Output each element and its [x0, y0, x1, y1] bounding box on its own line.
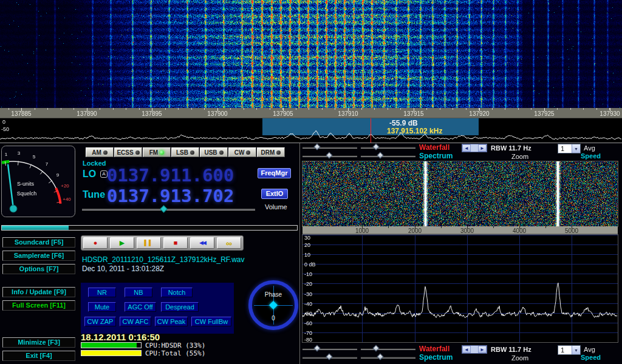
display-adjust-slider[interactable]	[302, 345, 357, 352]
zoom-scrollbar[interactable]: ◄►	[462, 345, 487, 354]
chevron-down-icon[interactable]: ▼	[572, 144, 580, 153]
side-button-minimize[interactable]: Minimize [F3]	[2, 337, 75, 348]
spectrum-label[interactable]: Spectrum	[419, 353, 453, 362]
slider-thumb[interactable]	[377, 152, 383, 158]
slider-thumb[interactable]	[326, 152, 332, 158]
dsp-button-agc-off[interactable]: AGC Off	[125, 302, 156, 312]
record-button[interactable]: ●	[83, 237, 108, 249]
play-icon: ▶	[120, 240, 125, 246]
play-button[interactable]: ▶	[110, 237, 134, 249]
scroll-left-icon[interactable]: ◄	[462, 144, 471, 152]
scroll-track[interactable]	[471, 346, 478, 353]
dsp-button-despread[interactable]: Despread	[161, 302, 199, 312]
main-spectrum-display[interactable]: 0 -50 -55.9 dB 137.915.102 kHz	[0, 118, 622, 143]
dsp-button-nb[interactable]: NB	[125, 288, 152, 297]
side-button-options[interactable]: Options [F7]	[2, 264, 75, 274]
volume-slider[interactable]	[82, 206, 255, 213]
transport-bar: ●▶▌▌■◀◀∞	[81, 235, 244, 251]
cursor-db-readout: -55.9 dB	[389, 119, 418, 127]
slider-thumb[interactable]	[313, 345, 320, 351]
cursor-frequency-readout: 137.915.102 kHz	[387, 127, 442, 135]
slider-track[interactable]	[361, 348, 415, 350]
slider-thumb[interactable]	[326, 353, 332, 360]
right-display-column: WaterfallSpectrum◄►RBW 11.7 HzZoom1▼AvgS…	[299, 143, 622, 364]
display-adjust-slider[interactable]	[361, 345, 415, 352]
mode-button-cw[interactable]: CW	[228, 147, 256, 157]
avg-select[interactable]: 1▼	[558, 345, 581, 355]
display-adjust-slider[interactable]	[361, 152, 415, 160]
clock-display: 18.12.2011 0:16:50	[81, 332, 160, 342]
dsp-button-cw-afc[interactable]: CW AFC	[120, 317, 151, 326]
spectrum-label[interactable]: Spectrum	[419, 152, 453, 160]
dsp-button-mute[interactable]: Mute	[88, 302, 116, 312]
lo-frequency-display[interactable]: 0137.911.600	[107, 165, 234, 186]
stop-button[interactable]: ■	[163, 237, 188, 249]
volume-slider-thumb[interactable]	[160, 205, 168, 213]
zoom-scrollbar[interactable]: ◄►	[462, 144, 487, 152]
dsp-button-cw-zap[interactable]: CW ZAP	[84, 317, 116, 326]
slider-thumb[interactable]	[372, 345, 379, 351]
chevron-down-icon[interactable]: ▼	[572, 346, 580, 354]
side-button-soundcard[interactable]: Soundcard [F5]	[2, 237, 75, 248]
tune-frequency-display[interactable]: 0137.913.702	[107, 186, 234, 206]
freqmgr-button[interactable]: FreqMgr	[258, 168, 291, 178]
display-adjust-slider[interactable]	[361, 144, 415, 151]
mode-label: ECSS	[117, 149, 133, 156]
waterfall-label[interactable]: Waterfall	[419, 345, 449, 353]
rewind-button[interactable]: ◀◀	[190, 237, 214, 249]
dsp-button-nr[interactable]: NR	[88, 288, 116, 297]
dsp-button-cw-fullbw[interactable]: CW FullBw	[191, 317, 231, 326]
phase-indicator: Phase 0	[248, 280, 298, 330]
mode-button-am[interactable]: AM	[86, 147, 114, 157]
mode-button-drm[interactable]: DRM	[257, 147, 285, 157]
slider-track[interactable]	[361, 357, 415, 359]
main-spectrum-canvas[interactable]	[0, 118, 622, 143]
side-button-info-update[interactable]: Info / Update [F9]	[2, 287, 75, 297]
side-button-full-screen[interactable]: Full Screen [F11]	[2, 300, 75, 311]
dsp-button-cw-peak[interactable]: CW Peak	[155, 317, 188, 326]
mode-button-lsb[interactable]: LSB	[171, 147, 199, 157]
stop-icon: ■	[174, 240, 178, 246]
avg-select[interactable]: 1▼	[558, 144, 581, 153]
slider-thumb[interactable]	[313, 143, 320, 150]
speed-label: Speed	[581, 152, 601, 160]
frequency-ruler[interactable]	[0, 108, 622, 118]
pause-button[interactable]: ▌▌	[137, 237, 161, 249]
main-waterfall-display[interactable]	[0, 0, 622, 108]
display-adjust-slider[interactable]	[302, 152, 357, 160]
mode-button-ecss[interactable]: ECSS	[114, 147, 142, 157]
scroll-right-icon[interactable]: ►	[478, 346, 487, 353]
display-adjust-slider[interactable]	[302, 354, 357, 361]
slider-track[interactable]	[361, 155, 415, 157]
cpu-meter	[81, 342, 142, 348]
display-adjust-slider[interactable]	[302, 144, 357, 151]
mode-button-fm[interactable]: FM	[143, 147, 171, 157]
slider-thumb[interactable]	[377, 353, 383, 360]
slider-track[interactable]	[302, 348, 357, 350]
slider-track[interactable]	[361, 147, 415, 149]
waterfall-label[interactable]: Waterfall	[419, 143, 449, 152]
phase-diamond-icon	[269, 301, 278, 309]
control-panel: 1 3 5 7 9 +20 +40 S-units Squelch Soundc…	[0, 143, 622, 364]
mode-label: DRM	[261, 149, 275, 156]
mode-button-usb[interactable]: USB	[200, 147, 228, 157]
scroll-left-icon[interactable]: ◄	[462, 346, 471, 353]
dsp-button-notch[interactable]: Notch	[161, 288, 193, 297]
hdsdr-window: 0 -50 -55.9 dB 137.915.102 kHz 1 3	[0, 0, 622, 364]
zoom-spectrum-display[interactable]	[302, 235, 618, 342]
loop-button[interactable]: ∞	[217, 237, 241, 249]
display-adjust-slider[interactable]	[361, 354, 415, 361]
zoom-frequency-ruler[interactable]	[302, 226, 618, 234]
extio-button[interactable]: ExtIO	[261, 189, 288, 199]
mode-led-icon	[276, 150, 281, 155]
scroll-right-icon[interactable]: ►	[478, 144, 487, 152]
side-button-samplerate[interactable]: Samplerate [F6]	[2, 251, 75, 261]
side-button-exit[interactable]: Exit [F4]	[2, 351, 75, 361]
slider-track[interactable]	[302, 147, 357, 149]
scroll-track[interactable]	[471, 144, 478, 152]
mode-label: CW	[234, 149, 245, 156]
phase-label: Phase	[252, 291, 295, 298]
slider-thumb[interactable]	[372, 143, 379, 150]
cpu-meter-fill	[81, 343, 137, 348]
zoom-waterfall-display[interactable]	[302, 161, 618, 226]
